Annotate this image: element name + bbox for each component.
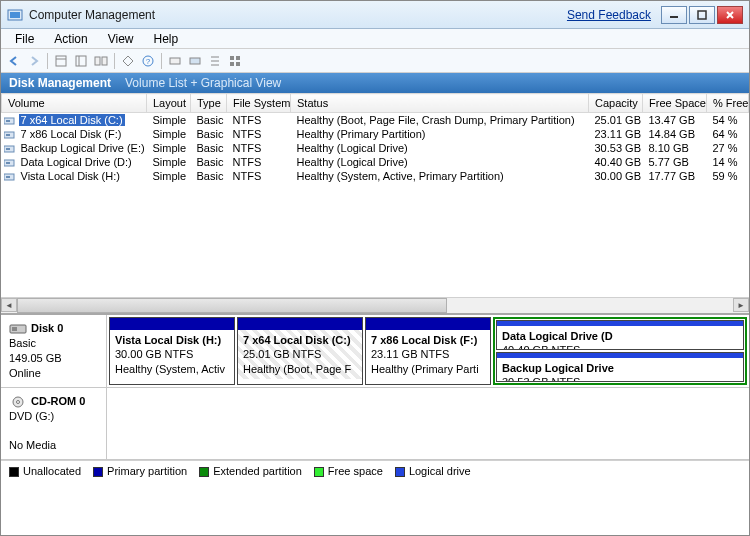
back-button[interactable] <box>5 52 23 70</box>
cell-pct: 14 % <box>707 155 749 169</box>
scroll-right-icon[interactable]: ► <box>733 298 749 312</box>
partition[interactable]: Vista Local Disk (H:)30.00 GB NTFSHealth… <box>109 317 235 385</box>
tool-icon[interactable] <box>119 52 137 70</box>
partition-status: Healthy (Primary Parti <box>371 362 485 376</box>
forward-button[interactable] <box>25 52 43 70</box>
partition-status: Healthy (System, Activ <box>115 362 229 376</box>
column-pct[interactable]: % Free <box>707 94 749 113</box>
svg-rect-20 <box>236 56 240 60</box>
cell-capacity: 40.40 GB <box>589 155 643 169</box>
partition-size: 40.40 GB NTFS <box>502 343 738 349</box>
cell-status: Healthy (Boot, Page File, Crash Dump, Pr… <box>291 113 589 128</box>
legend-swatch <box>395 467 405 477</box>
cell-capacity: 30.53 GB <box>589 141 643 155</box>
cell-fs: NTFS <box>227 113 291 128</box>
cell-fs: NTFS <box>227 169 291 183</box>
partition-bar <box>238 318 362 330</box>
column-fs[interactable]: File System <box>227 94 291 113</box>
cell-type: Basic <box>191 113 227 128</box>
partition-size: 30.53 GB NTFS <box>502 375 738 381</box>
menu-view[interactable]: View <box>98 30 144 48</box>
table-row[interactable]: Vista Local Disk (H:)SimpleBasicNTFSHeal… <box>2 169 749 183</box>
volume-icon <box>4 158 16 168</box>
scroll-left-icon[interactable]: ◄ <box>1 298 17 312</box>
legend-swatch <box>314 467 324 477</box>
cell-capacity: 30.00 GB <box>589 169 643 183</box>
tool-icon[interactable] <box>226 52 244 70</box>
tool-icon[interactable] <box>186 52 204 70</box>
svg-rect-30 <box>6 162 10 164</box>
partition-status: Healthy (Boot, Page F <box>243 362 357 376</box>
cell-pct: 64 % <box>707 127 749 141</box>
svg-rect-3 <box>698 11 706 19</box>
tool-icon[interactable] <box>166 52 184 70</box>
disk-info[interactable]: CD-ROM 0 DVD (G:) No Media <box>1 388 107 460</box>
help-icon[interactable]: ? <box>139 52 157 70</box>
menu-file[interactable]: File <box>5 30 44 48</box>
svg-rect-14 <box>170 58 180 64</box>
disk-icon <box>9 322 27 336</box>
app-icon <box>7 7 23 23</box>
disk-type: DVD (G:) <box>9 410 54 422</box>
disk-row: CD-ROM 0 DVD (G:) No Media <box>1 388 749 461</box>
svg-rect-1 <box>10 12 20 18</box>
menubar: File Action View Help <box>1 29 749 49</box>
column-free[interactable]: Free Space <box>643 94 707 113</box>
minimize-button[interactable] <box>661 6 687 24</box>
table-row[interactable]: Data Logical Drive (D:)SimpleBasicNTFSHe… <box>2 155 749 169</box>
column-capacity[interactable]: Capacity <box>589 94 643 113</box>
volume-name: Data Logical Drive (D:) <box>19 156 134 168</box>
maximize-button[interactable] <box>689 6 715 24</box>
column-type[interactable]: Type <box>191 94 227 113</box>
partition[interactable]: Data Logical Drive (D40.40 GB NTFSHealth… <box>496 320 744 350</box>
cell-status: Healthy (Primary Partition) <box>291 127 589 141</box>
horizontal-scrollbar[interactable]: ◄ ► <box>1 297 749 313</box>
menu-help[interactable]: Help <box>144 30 189 48</box>
svg-rect-8 <box>76 56 86 66</box>
legend-item: Primary partition <box>93 465 187 477</box>
partition-size: 25.01 GB NTFS <box>243 347 357 361</box>
legend-swatch <box>9 467 19 477</box>
scroll-thumb[interactable] <box>17 298 447 313</box>
menu-action[interactable]: Action <box>44 30 97 48</box>
svg-rect-32 <box>6 176 10 178</box>
table-row[interactable]: 7 x86 Local Disk (F:)SimpleBasicNTFSHeal… <box>2 127 749 141</box>
toolbar: ? <box>1 49 749 73</box>
svg-rect-34 <box>12 327 17 331</box>
tool-icon[interactable] <box>206 52 224 70</box>
svg-text:?: ? <box>146 57 151 66</box>
column-status[interactable]: Status <box>291 94 589 113</box>
partition[interactable]: Backup Logical Drive30.53 GB NTFSHealthy… <box>496 352 744 382</box>
partition-label: 7 x64 Local Disk (C:) <box>243 333 357 347</box>
partition[interactable]: 7 x64 Local Disk (C:)25.01 GB NTFSHealth… <box>237 317 363 385</box>
cell-pct: 54 % <box>707 113 749 128</box>
svg-rect-24 <box>6 120 10 122</box>
close-button[interactable] <box>717 6 743 24</box>
cell-layout: Simple <box>147 169 191 183</box>
cell-layout: Simple <box>147 113 191 128</box>
tool-icon[interactable] <box>52 52 70 70</box>
column-layout[interactable]: Layout <box>147 94 191 113</box>
cell-fs: NTFS <box>227 127 291 141</box>
partition-label: Vista Local Disk (H:) <box>115 333 229 347</box>
legend-item: Logical drive <box>395 465 471 477</box>
column-volume[interactable]: Volume <box>2 94 147 113</box>
legend-item: Extended partition <box>199 465 302 477</box>
cell-layout: Simple <box>147 155 191 169</box>
cell-fs: NTFS <box>227 155 291 169</box>
tool-icon[interactable] <box>92 52 110 70</box>
cell-type: Basic <box>191 141 227 155</box>
cell-layout: Simple <box>147 141 191 155</box>
send-feedback-link[interactable]: Send Feedback <box>567 8 651 22</box>
table-row[interactable]: 7 x64 Local Disk (C:)SimpleBasicNTFSHeal… <box>2 113 749 128</box>
tool-icon[interactable] <box>72 52 90 70</box>
disk-info[interactable]: Disk 0 Basic 149.05 GB Online <box>1 315 107 387</box>
table-row[interactable]: Backup Logical Drive (E:)SimpleBasicNTFS… <box>2 141 749 155</box>
svg-rect-11 <box>102 57 107 65</box>
svg-rect-21 <box>230 62 234 66</box>
cell-free: 5.77 GB <box>643 155 707 169</box>
cell-pct: 27 % <box>707 141 749 155</box>
cell-type: Basic <box>191 155 227 169</box>
partition[interactable]: 7 x86 Local Disk (F:)23.11 GB NTFSHealth… <box>365 317 491 385</box>
disk-state: Online <box>9 367 41 379</box>
